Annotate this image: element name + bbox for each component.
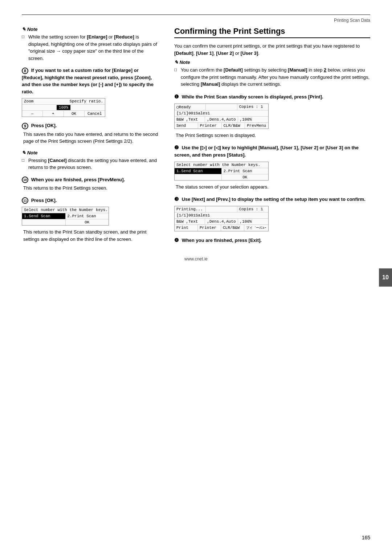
step-11-screen-row-1: Select number with the Number keys. xyxy=(22,207,109,213)
step-9: 9 Press [OK]. This saves the ratio you h… xyxy=(22,122,160,145)
page-header: Printing Scan Data xyxy=(0,15,392,27)
rs1-sales: [1/1]001Sales1 xyxy=(175,110,268,116)
rs3-empty xyxy=(206,206,237,212)
rs1-prevmenu: PrevMenu xyxy=(245,123,268,129)
zoom-ok: OK xyxy=(64,111,85,117)
rs3-copies: Copies : 1 xyxy=(237,206,268,212)
rs2-row3: OK xyxy=(175,174,268,180)
right-note-1: Note You can confirm the [Default] setti… xyxy=(174,60,370,88)
right-step-2-text: Use the [▷] or [◁] key to highlight [Man… xyxy=(174,145,359,158)
right-step-2: ❷ Use the [▷] or [◁] key to highlight [M… xyxy=(174,144,370,190)
right-step-1-screen: ◯Ready Copies : 1 [1/1]001Sales1 B&W ,Te… xyxy=(174,104,370,129)
step-8-num: 8 xyxy=(22,68,28,74)
step-11-screen: Select number with the Number keys. 1.Se… xyxy=(22,207,160,226)
right-step-3: ❸ Use [Next] and [Prev.] to display the … xyxy=(174,195,370,231)
step-11-text: Press [OK]. xyxy=(31,198,57,203)
tab-label: 10 xyxy=(382,274,389,281)
step-10-body: This returns to the Print Settings scree… xyxy=(23,185,160,192)
step-11: 11 Press [OK]. Select number with the Nu… xyxy=(22,197,160,243)
intro-text: You can confirm the current print settin… xyxy=(174,42,370,57)
left-note-1: Note While the setting screen for [Enlar… xyxy=(22,27,160,62)
rs1-row1: ◯Ready Copies : 1 xyxy=(175,104,268,110)
right-column: Confirming the Print Settings You can co… xyxy=(174,27,370,249)
rs1-printer: Printer xyxy=(198,123,222,129)
right-step-1-text: While the Print Scan standby screen is d… xyxy=(182,94,323,100)
left-note-1-title: Note xyxy=(22,27,160,32)
right-step-1-num: ❶ xyxy=(174,94,179,100)
right-step-4-label: ❹ When you are finished, press [Exit]. xyxy=(174,236,370,244)
right-step-3-text: Use [Next] and [Prev.] to display the se… xyxy=(182,197,366,202)
rs2-header: Select number with the Number keys. xyxy=(175,162,268,168)
rs2-row2: 1.Send Scan 2.Print Scan xyxy=(175,168,268,174)
tab-marker: 10 xyxy=(379,268,392,287)
step-9-label: 9 Press [OK]. xyxy=(22,122,160,129)
right-note-1-item-1: You can confirm the [Default] settings b… xyxy=(174,66,370,88)
zoom-screen-box: Zoom Specify ratio. 100% — + OK Cancel xyxy=(22,98,105,117)
zoom-label: Zoom xyxy=(22,98,68,104)
rs1-empty xyxy=(206,104,237,110)
section-heading: Confirming the Print Settings xyxy=(174,27,370,38)
zoom-specify: Specify ratio. xyxy=(68,98,105,104)
left-note-2: Note Pressing [Cancel] discards the sett… xyxy=(22,150,160,171)
step-11-label: 11 Press [OK]. xyxy=(22,197,160,204)
right-step-1-label: ❶ While the Print Scan standby screen is… xyxy=(174,93,370,101)
rs1-clr: CLR/B&W xyxy=(222,123,245,129)
rs3-row2: [1/1]001Sales1 xyxy=(175,212,268,219)
rs1-row3: B&W ,Text ,Dens.4,Auto ,100% xyxy=(175,117,268,123)
step-11-ok: OK xyxy=(66,219,109,225)
right-note-1-list: You can confirm the [Default] settings b… xyxy=(174,66,370,88)
rs2-ok: OK xyxy=(222,174,269,180)
main-content: Note While the setting screen for [Enlar… xyxy=(0,27,392,249)
right-step-1: ❶ While the Print Scan standby screen is… xyxy=(174,93,370,139)
page-number: 165 xyxy=(362,535,370,540)
left-note-1-list: While the setting screen for [Enlarge] o… xyxy=(22,33,160,62)
zoom-row-3: — + OK Cancel xyxy=(22,111,105,117)
right-step-4: ❹ When you are finished, press [Exit]. xyxy=(174,236,370,244)
rs3-dens: ,Dens.4,Auto xyxy=(205,219,238,224)
rs2-print: 2.Print Scan xyxy=(222,168,269,174)
zoom-cancel: Cancel xyxy=(85,111,105,117)
rs3-bw: B&W ,Text xyxy=(175,219,205,224)
step-8-text: If you want to set a custom ratio for [E… xyxy=(22,68,154,94)
left-column: Note While the setting screen for [Enlar… xyxy=(22,27,160,249)
step-9-num: 9 xyxy=(22,123,28,129)
left-note-2-item-1: Pressing [Cancel] discards the setting y… xyxy=(22,157,160,171)
step-10-num: 10 xyxy=(22,177,28,183)
step-10-text: When you are finished, press [PrevMenu]. xyxy=(31,177,125,182)
rs3-100: ,100% xyxy=(238,219,268,224)
rs1-copies: Copies : 1 xyxy=(237,104,268,110)
step-8: 8 If you want to set a custom ratio for … xyxy=(22,67,160,117)
rs2-send: 1.Send Scan xyxy=(175,168,222,174)
rs3-printer: Printer xyxy=(198,225,221,231)
step-11-body: This returns to the Print Scan standby s… xyxy=(23,228,160,243)
header-text: Printing Scan Data xyxy=(334,18,370,23)
right-step-2-num: ❷ xyxy=(174,145,179,150)
zoom-row-2: 100% xyxy=(22,105,105,111)
right-step-4-num: ❹ xyxy=(174,237,179,243)
rs1-dens: ,Dens.4,Auto xyxy=(205,117,238,122)
rs1-row2: [1/1]001Sales1 xyxy=(175,110,268,117)
rs1-bw: B&W ,Text xyxy=(175,117,205,122)
zoom-screen: Zoom Specify ratio. 100% — + OK Cancel xyxy=(22,98,160,117)
zoom-100: 100% xyxy=(57,105,70,110)
left-note-2-title: Note xyxy=(22,150,160,155)
rs1-ready: ◯Ready xyxy=(175,104,206,110)
right-step-2-label: ❷ Use the [▷] or [◁] key to highlight [M… xyxy=(174,144,370,159)
rs1-100: ,100% xyxy=(238,117,268,122)
rs2-empty xyxy=(175,174,222,180)
right-step-2-body: The status screen of your selection appe… xyxy=(176,183,370,191)
step-8-label: 8 If you want to set a custom ratio for … xyxy=(22,67,160,95)
right-step-3-label: ❸ Use [Next] and [Prev.] to display the … xyxy=(174,195,370,203)
rs3-clr: CLR/B&W xyxy=(221,225,244,231)
step-11-num: 11 xyxy=(22,197,28,204)
rs3-printing: Printing... xyxy=(175,206,206,212)
step-10-label: 10 When you are finished, press [PrevMen… xyxy=(22,176,160,183)
right-step-1-screen-box: ◯Ready Copies : 1 [1/1]001Sales1 B&W ,Te… xyxy=(174,104,269,129)
rs1-send: Send xyxy=(175,123,198,129)
step-11-screen-row-3: OK xyxy=(22,219,109,225)
right-note-1-title: Note xyxy=(174,60,370,65)
footer-url: www.cnet.ie xyxy=(0,256,392,262)
zoom-percent-value: 100% xyxy=(22,105,105,110)
left-note-1-item-1: While the setting screen for [Enlarge] o… xyxy=(22,33,160,62)
step-11-screen-box: Select number with the Number keys. 1.Se… xyxy=(22,207,109,226)
